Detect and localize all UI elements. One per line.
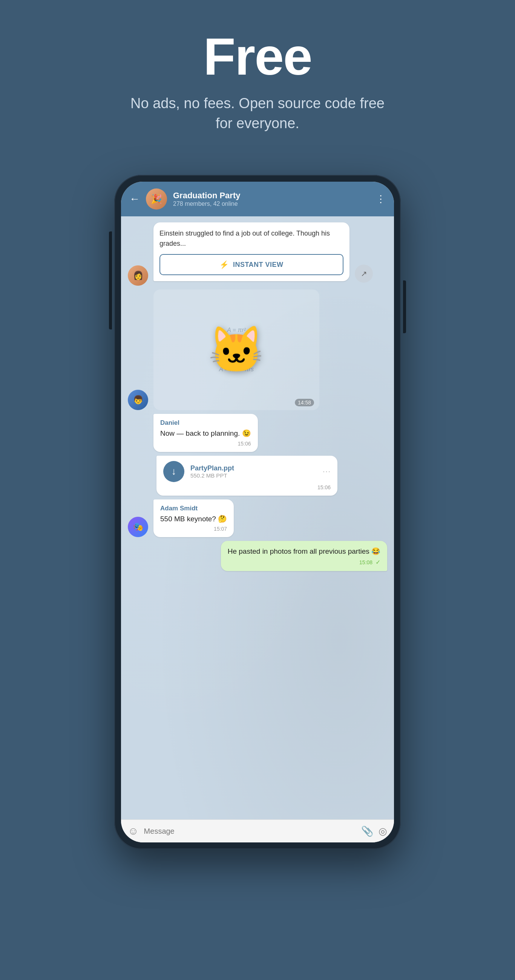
article-bubble: Einstein struggled to find a job out of … bbox=[153, 223, 349, 281]
adam-bubble: Adam Smidt 550 MB keynote? 🤔 15:07 bbox=[153, 500, 234, 538]
phone-wrapper: ← 🎉 Graduation Party 278 members, 42 onl… bbox=[114, 175, 401, 849]
daniel-message-row: Daniel Now — back to planning. 😉 15:06 bbox=[128, 414, 387, 452]
daniel-message-time: 15:06 bbox=[160, 441, 251, 447]
group-members-count: 278 members, 42 online bbox=[173, 200, 370, 207]
outgoing-message-time: 15:08 ✓ bbox=[228, 558, 380, 566]
avatar-girl: 👩 bbox=[128, 266, 148, 286]
phone-outer: ← 🎉 Graduation Party 278 members, 42 onl… bbox=[114, 175, 401, 849]
outgoing-message-text: He pasted in photos from all previous pa… bbox=[228, 546, 380, 557]
daniel-sender-name: Daniel bbox=[160, 419, 251, 427]
message-input[interactable] bbox=[144, 827, 356, 836]
outgoing-bubble: He pasted in photos from all previous pa… bbox=[221, 541, 387, 571]
article-message-row: 👩 Einstein struggled to find a job out o… bbox=[128, 223, 387, 286]
bolt-icon: ⚡ bbox=[219, 260, 229, 269]
group-avatar: 🎉 bbox=[146, 188, 167, 210]
emoji-button[interactable]: ☺ bbox=[128, 825, 139, 837]
instant-view-label: INSTANT VIEW bbox=[233, 261, 284, 269]
file-bubble: ↓ PartyPlan.ppt 550.2 MB PPT ⋯ 15:06 bbox=[156, 456, 337, 496]
file-name: PartyPlan.ppt bbox=[190, 465, 316, 472]
back-button[interactable]: ← bbox=[129, 193, 140, 205]
avatar-boy: 👦 bbox=[128, 390, 148, 410]
adam-message-text: 550 MB keynote? 🤔 bbox=[160, 514, 227, 525]
app-header: ← 🎉 Graduation Party 278 members, 42 onl… bbox=[121, 182, 394, 216]
hero-section: Free No ads, no fees. Open source code f… bbox=[0, 0, 515, 156]
phone-screen: ← 🎉 Graduation Party 278 members, 42 onl… bbox=[121, 182, 394, 842]
chat-area: 👩 Einstein struggled to find a job out o… bbox=[121, 216, 394, 819]
share-button[interactable]: ↗ bbox=[355, 265, 373, 283]
download-icon: ↓ bbox=[172, 466, 177, 477]
checkmark-icon: ✓ bbox=[376, 559, 380, 565]
group-info: Graduation Party 278 members, 42 online bbox=[173, 191, 370, 207]
outgoing-message-row: He pasted in photos from all previous pa… bbox=[128, 541, 387, 571]
share-icon: ↗ bbox=[361, 269, 367, 278]
instant-view-button[interactable]: ⚡ INSTANT VIEW bbox=[159, 254, 343, 275]
more-options-button[interactable]: ⋮ bbox=[376, 193, 386, 205]
file-size: 550.2 MB PPT bbox=[190, 472, 316, 479]
file-info: PartyPlan.ppt 550.2 MB PPT bbox=[190, 465, 316, 479]
daniel-bubble: Daniel Now — back to planning. 😉 15:06 bbox=[153, 414, 258, 452]
file-row: ↓ PartyPlan.ppt 550.2 MB PPT ⋯ bbox=[163, 461, 331, 482]
group-name: Graduation Party bbox=[173, 191, 370, 200]
file-timestamp: 15:06 bbox=[163, 484, 331, 490]
file-more-button[interactable]: ⋯ bbox=[322, 467, 331, 476]
article-preview-text: Einstein struggled to find a job out of … bbox=[159, 228, 343, 249]
sticker-row: 👦 A = πr² V = l³ P = 2πr s = √(r²+h²) A … bbox=[128, 290, 387, 410]
download-button[interactable]: ↓ bbox=[163, 461, 184, 482]
sticker-timestamp: 14:58 bbox=[295, 399, 314, 406]
adam-message-time: 15:07 bbox=[160, 526, 227, 532]
daniel-message-text: Now — back to planning. 😉 bbox=[160, 428, 251, 439]
sticker-container: A = πr² V = l³ P = 2πr s = √(r²+h²) A = … bbox=[153, 290, 319, 410]
input-bar: ☺ 📎 ◎ bbox=[121, 819, 394, 842]
adam-sender-name: Adam Smidt bbox=[160, 505, 227, 512]
hero-title: Free bbox=[203, 30, 312, 83]
hero-subtitle: No ads, no fees. Open source code free f… bbox=[126, 94, 389, 134]
camera-button[interactable]: ◎ bbox=[378, 826, 387, 837]
cat-sticker: 🐱 bbox=[208, 323, 265, 377]
adam-message-row: 🎭 Adam Smidt 550 MB keynote? 🤔 15:07 bbox=[128, 500, 387, 538]
avatar-adam: 🎭 bbox=[128, 517, 148, 537]
attach-button[interactable]: 📎 bbox=[361, 826, 373, 837]
